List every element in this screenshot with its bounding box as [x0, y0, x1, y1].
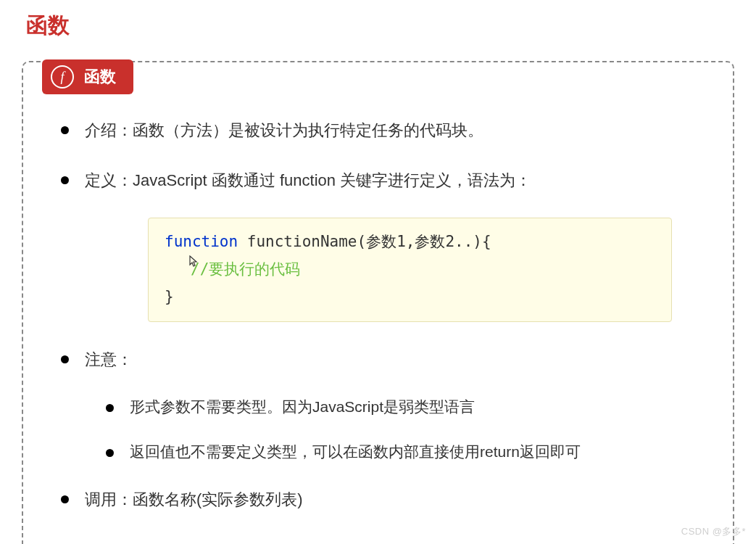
- badge-label: 函数: [84, 66, 116, 88]
- bullet-icon: [106, 449, 114, 457]
- item-text: 调用：函数名称(实际参数列表): [85, 487, 303, 512]
- bullet-list: 介绍：函数（方法）是被设计为执行特定任务的代码块。 定义：JavaScript …: [52, 118, 704, 193]
- bullet-list: 注意： 形式参数不需要类型。因为JavaScript是弱类型语言 返回值也不需要…: [52, 347, 704, 512]
- item-text: 返回值也不需要定义类型，可以在函数内部直接使用return返回即可: [130, 442, 581, 462]
- bullet-icon: [61, 176, 69, 184]
- item-text: 形式参数不需要类型。因为JavaScript是弱类型语言: [130, 397, 475, 417]
- item-text: 定义：JavaScript 函数通过 function 关键字进行定义，语法为：: [85, 168, 531, 193]
- code-line: function functionName(参数1,参数2..){: [165, 228, 655, 256]
- page-title: 函数: [26, 11, 734, 41]
- bullet-icon: [106, 404, 114, 412]
- item-text: 介绍：函数（方法）是被设计为执行特定任务的代码块。: [85, 118, 483, 143]
- bullet-icon: [61, 495, 69, 503]
- code-block: function functionName(参数1,参数2..){ //要执行的…: [148, 218, 672, 321]
- sub-list-item: 返回值也不需要定义类型，可以在函数内部直接使用return返回即可: [106, 442, 704, 462]
- list-item: 介绍：函数（方法）是被设计为执行特定任务的代码块。: [61, 118, 704, 143]
- list-item: 注意：: [61, 347, 704, 372]
- section-badge: f 函数: [42, 59, 133, 94]
- code-line: }: [165, 284, 655, 311]
- function-icon: f: [51, 65, 74, 88]
- bullet-icon: [61, 355, 69, 363]
- list-item: 调用：函数名称(实际参数列表): [61, 487, 704, 512]
- code-line: //要执行的代码: [165, 256, 655, 284]
- keyword: function: [165, 233, 238, 250]
- code-text: }: [165, 288, 174, 305]
- content-card: f 函数 介绍：函数（方法）是被设计为执行特定任务的代码块。 定义：JavaSc…: [22, 61, 734, 544]
- code-text: functionName(参数1,参数2..){: [238, 233, 491, 250]
- list-item: 定义：JavaScript 函数通过 function 关键字进行定义，语法为：: [61, 168, 704, 193]
- comment: //要执行的代码: [191, 260, 300, 278]
- item-text: 注意：: [85, 347, 133, 372]
- bullet-icon: [61, 126, 69, 134]
- watermark: CSDN @多多*: [681, 525, 746, 538]
- sub-list-item: 形式参数不需要类型。因为JavaScript是弱类型语言: [106, 397, 704, 417]
